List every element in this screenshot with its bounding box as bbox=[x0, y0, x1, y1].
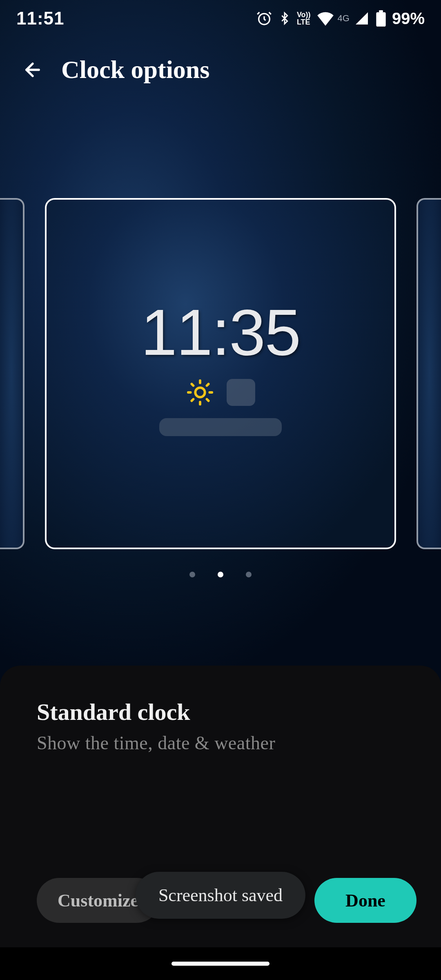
clock-description: Show the time, date & weather bbox=[37, 732, 404, 754]
volte-icon: Vo)) LTE bbox=[297, 11, 311, 26]
navigation-bar bbox=[0, 947, 441, 980]
svg-rect-2 bbox=[379, 10, 383, 12]
preview-temp-placeholder bbox=[227, 379, 255, 406]
pager-dot-0[interactable] bbox=[189, 572, 195, 577]
preview-date-placeholder bbox=[159, 418, 282, 436]
clock-carousel[interactable]: 11:35 bbox=[0, 198, 441, 549]
battery-percentage: 99% bbox=[392, 9, 425, 28]
toast-message: Screenshot saved bbox=[158, 885, 283, 905]
svg-rect-1 bbox=[376, 12, 385, 27]
svg-line-7 bbox=[207, 399, 209, 401]
svg-line-10 bbox=[192, 399, 193, 401]
clock-name: Standard clock bbox=[37, 698, 404, 726]
nav-handle[interactable] bbox=[172, 962, 270, 966]
svg-point-3 bbox=[195, 388, 205, 397]
clock-card-prev[interactable] bbox=[0, 198, 24, 549]
svg-line-11 bbox=[207, 384, 209, 385]
pager-dot-1[interactable] bbox=[218, 572, 223, 577]
status-right: Vo)) LTE 4G 99% bbox=[256, 9, 425, 28]
pager-dots bbox=[0, 572, 441, 577]
toast[interactable]: Screenshot saved bbox=[136, 872, 305, 919]
page-title: Clock options bbox=[61, 55, 209, 84]
alarm-icon bbox=[256, 10, 272, 27]
status-time: 11:51 bbox=[16, 8, 65, 29]
network-4g-label: 4G bbox=[338, 13, 350, 24]
header: Clock options bbox=[20, 55, 209, 84]
done-button[interactable]: Done bbox=[314, 878, 416, 923]
preview-time: 11:35 bbox=[141, 295, 300, 370]
volte-top: Vo)) bbox=[297, 11, 311, 18]
battery-icon bbox=[376, 10, 386, 27]
back-button[interactable] bbox=[20, 58, 45, 82]
volte-bottom: LTE bbox=[297, 18, 311, 26]
arrow-left-icon bbox=[22, 59, 43, 80]
preview-weather-row bbox=[186, 378, 255, 407]
signal-icon bbox=[354, 11, 370, 26]
status-bar: 11:51 Vo)) LTE 4G 99% bbox=[0, 0, 441, 37]
sun-icon bbox=[186, 378, 214, 407]
clock-card-next[interactable] bbox=[416, 198, 441, 549]
pager-dot-2[interactable] bbox=[246, 572, 252, 577]
clock-card-selected[interactable]: 11:35 bbox=[45, 198, 396, 549]
svg-line-6 bbox=[192, 384, 193, 385]
wifi-icon bbox=[316, 11, 334, 26]
bluetooth-icon bbox=[278, 10, 291, 27]
